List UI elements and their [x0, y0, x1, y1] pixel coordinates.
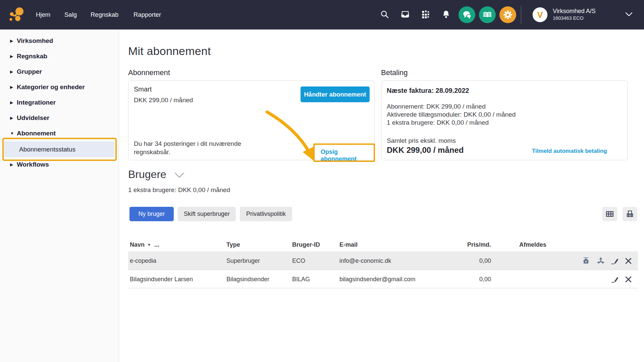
privacy-policy-button[interactable]: Privatlivspolitik — [240, 207, 292, 221]
cell-name: Bilagsindsender Larsen — [130, 270, 193, 288]
account-chevron-down-icon[interactable] — [625, 12, 633, 18]
sidebar-item-integrationer[interactable]: ▶Integrationer — [0, 95, 119, 110]
collapsed-triangle-icon: ▶ — [10, 79, 13, 95]
sidebar-item-virksomhed[interactable]: ▶Virksomhed — [0, 33, 119, 49]
table-row: e-copedia Superbruger ECO info@e-conomic… — [128, 251, 638, 270]
company-name: Virksomhed A/S — [553, 8, 596, 15]
sidebar-item-abonnement[interactable]: ▼Abonnement — [0, 126, 119, 141]
branch-arrows-icon[interactable] — [596, 256, 605, 266]
table-view-icon[interactable] — [602, 207, 617, 221]
app-root: Hjem Salg Regnskab Rapporter — [0, 0, 644, 362]
sidebar: ▶Virksomhed ▶Regnskab ▶Grupper ▶Kategori… — [0, 29, 119, 362]
delete-x-icon[interactable] — [625, 257, 632, 266]
cell-price: 0,00 — [458, 251, 491, 270]
account-number: 1603463 ECO — [553, 15, 584, 21]
print-icon[interactable] — [623, 207, 637, 221]
manage-subscription-button[interactable]: Håndter abonnement — [301, 86, 370, 102]
column-header-email[interactable]: E-mail — [339, 238, 358, 251]
knowledge-book-icon[interactable] — [479, 6, 496, 23]
collapsed-triangle-icon: ▶ — [10, 64, 13, 79]
subscription-section-title: Abonnement — [128, 68, 170, 77]
cell-name: e-copedia — [130, 251, 156, 270]
postings-note-line2: regnskabsår. — [134, 148, 170, 156]
cell-email: bilagsindsender@gmail.com — [339, 270, 415, 288]
cell-email: info@e-conomic.dk — [339, 251, 391, 270]
edit-pencil-icon[interactable] — [610, 257, 619, 266]
page-title: Mit abonnement — [128, 45, 211, 58]
sort-descending-icon[interactable]: ▼ — [147, 238, 151, 251]
cancel-subscription-link[interactable]: Opsig abonnement — [321, 148, 374, 163]
sidebar-item-abonnementsstatus[interactable]: Abonnementsstatus — [4, 141, 114, 157]
autopay-signup-link[interactable]: Tilmeld automatisk betaling — [532, 148, 607, 155]
payment-line-addons: Aktiverede tillægsmoduler: DKK 0,00 / må… — [387, 111, 516, 118]
svg-text:V: V — [537, 10, 543, 20]
column-header-user-id[interactable]: Bruger-ID — [292, 238, 320, 251]
plan-name: Smart — [134, 85, 152, 93]
navbar-divider — [521, 6, 521, 24]
table-row: Bilagsindsender Larsen Bilagsindsender B… — [128, 270, 638, 288]
collapsed-triangle-icon: ▶ — [10, 95, 13, 110]
postings-note-line1: Du har 34 posteringer i dit nuværende — [134, 140, 241, 147]
collapsed-triangle-icon: ▶ — [10, 33, 13, 49]
nav-item-regnskab[interactable]: Regnskab — [91, 0, 118, 29]
cell-type: Superbruger — [226, 251, 260, 270]
settings-gear-icon[interactable] — [499, 6, 516, 23]
users-chevron-down-icon[interactable] — [174, 172, 185, 180]
column-header-unsubscribe[interactable]: Afmeldes — [519, 238, 546, 251]
search-icon[interactable] — [380, 10, 390, 20]
home-icon[interactable] — [582, 256, 590, 266]
sidebar-item-grupper[interactable]: ▶Grupper — [0, 64, 119, 79]
column-options-ellipsis[interactable]: ... — [154, 238, 159, 251]
cell-price: 0,00 — [458, 270, 491, 288]
total-price-value: DKK 299,00 / måned — [387, 145, 464, 155]
delete-x-icon[interactable] — [625, 276, 632, 284]
sidebar-item-workflows[interactable]: ▶Workflows — [0, 157, 119, 172]
change-superuser-button[interactable]: Skift superbruger — [178, 207, 236, 221]
nav-item-salg[interactable]: Salg — [64, 0, 77, 29]
column-header-name[interactable]: Navn — [130, 238, 145, 251]
collapsed-triangle-icon: ▶ — [10, 110, 13, 126]
column-header-price[interactable]: Pris/md. — [458, 238, 491, 251]
extra-users-subtitle: 1 ekstra brugere: DKK 0,00 / måned — [128, 186, 230, 194]
payment-line-subscription: Abonnement: DKK 299,00 / måned — [387, 103, 486, 110]
inbox-icon[interactable] — [400, 10, 410, 20]
e-conomic-logo[interactable] — [9, 7, 23, 23]
plan-price: DKK 299,00 / måned — [134, 97, 193, 104]
nav-item-hjem[interactable]: Hjem — [36, 0, 50, 29]
collapsed-triangle-icon: ▶ — [10, 157, 13, 172]
new-user-button[interactable]: Ny bruger — [129, 207, 174, 221]
sidebar-item-udvidelser[interactable]: ▶Udvidelser — [0, 110, 119, 126]
sidebar-item-kategorier-og-enheder[interactable]: ▶Kategorier og enheder — [0, 79, 119, 95]
expanded-triangle-icon: ▼ — [10, 126, 14, 141]
payment-section-title: Betaling — [381, 68, 408, 77]
edit-pencil-icon[interactable] — [610, 275, 619, 285]
users-section-title: Brugere — [128, 168, 166, 181]
top-navbar: Hjem Salg Regnskab Rapporter — [0, 0, 644, 29]
collapsed-triangle-icon: ▶ — [10, 49, 13, 64]
total-price-label: Samlet pris ekskl. moms — [387, 137, 456, 144]
payment-line-extra-users: 1 ekstra brugere: DKK 0,00 / måned — [387, 119, 489, 126]
notifications-bell-icon[interactable] — [441, 10, 451, 20]
column-header-type[interactable]: Type — [226, 238, 240, 251]
company-avatar[interactable]: V — [533, 7, 547, 22]
cell-user-id: BILAG — [292, 270, 310, 288]
support-chat-icon[interactable] — [459, 6, 475, 23]
users-table-header: Navn ▼ ... Type Bruger-ID E-mail Pris/md… — [128, 238, 638, 251]
subscription-card: Smart DKK 299,00 / måned Håndter abonnem… — [128, 80, 375, 160]
next-invoice: Næste faktura: 28.09.2022 — [387, 87, 469, 95]
payment-card: Næste faktura: 28.09.2022 Abonnement: DK… — [381, 80, 628, 160]
cell-type: Bilagsindsender — [226, 270, 269, 288]
cell-user-id: ECO — [292, 251, 305, 270]
apps-grid-icon[interactable] — [421, 10, 431, 20]
sidebar-item-regnskab[interactable]: ▶Regnskab — [0, 49, 119, 64]
nav-item-rapporter[interactable]: Rapporter — [133, 0, 161, 29]
